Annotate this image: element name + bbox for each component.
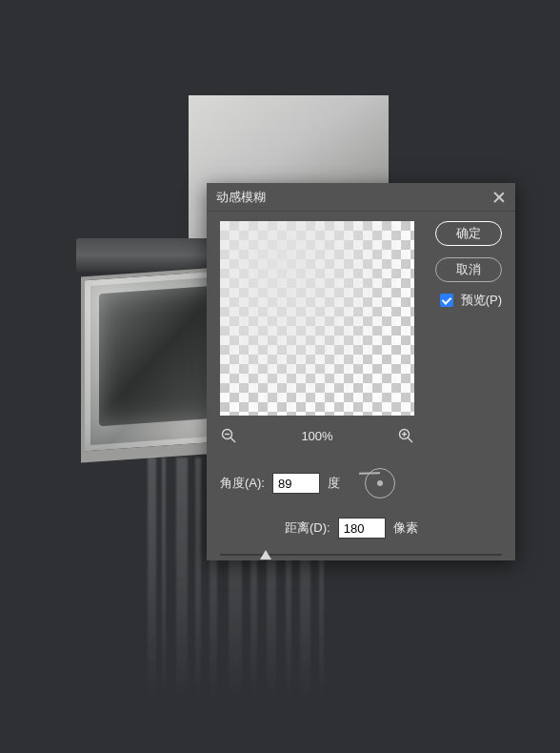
distance-label: 距离(D): — [285, 519, 330, 537]
slider-thumb[interactable] — [260, 550, 271, 560]
zoom-out-button[interactable] — [220, 427, 237, 444]
motion-blur-dialog: 动感模糊 100% 确定 取消 预览(P) 角度(A): 度 — [207, 183, 515, 560]
angle-unit: 度 — [328, 475, 340, 492]
preview-checkbox-label: 预览(P) — [461, 292, 502, 309]
distance-input[interactable] — [338, 518, 386, 539]
zoom-in-button[interactable] — [397, 427, 414, 444]
dialog-titlebar: 动感模糊 — [207, 183, 515, 212]
preview-canvas[interactable] — [220, 221, 414, 416]
zoom-level-label: 100% — [301, 429, 332, 443]
preview-checkbox[interactable] — [440, 294, 453, 307]
distance-unit: 像素 — [393, 519, 418, 537]
angle-label: 角度(A): — [220, 475, 265, 492]
svg-line-4 — [408, 438, 412, 442]
ok-button[interactable]: 确定 — [435, 221, 502, 246]
distance-slider[interactable] — [220, 548, 502, 561]
cancel-button[interactable]: 取消 — [435, 257, 502, 282]
close-icon[interactable] — [492, 191, 506, 204]
angle-input[interactable] — [272, 473, 320, 494]
svg-line-1 — [230, 438, 235, 442]
angle-dial[interactable] — [365, 468, 395, 499]
dialog-title: 动感模糊 — [216, 189, 266, 206]
zoom-out-icon — [221, 428, 236, 443]
zoom-in-icon — [398, 428, 413, 443]
